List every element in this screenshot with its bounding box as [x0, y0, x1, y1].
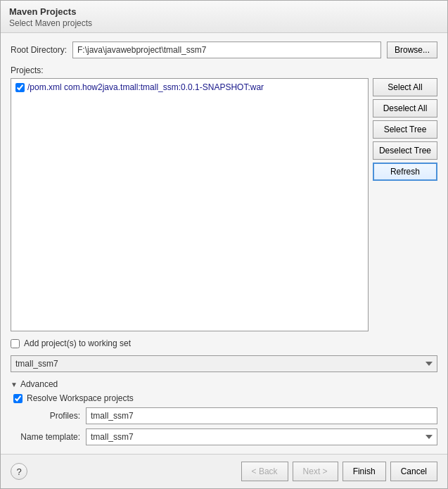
browse-button[interactable]: Browse... — [387, 42, 437, 58]
back-button[interactable]: < Back — [241, 462, 288, 481]
resolve-workspace-checkbox[interactable] — [13, 394, 23, 403]
list-item[interactable]: /pom.xml com.how2java.tmall:tmall_ssm:0.… — [14, 82, 365, 93]
profiles-label: Profiles: — [13, 411, 80, 421]
projects-label: Projects: — [11, 65, 437, 75]
name-template-label: Name template: — [13, 432, 80, 442]
help-button[interactable]: ? — [11, 463, 27, 480]
deselect-all-button[interactable]: Deselect All — [373, 99, 437, 118]
root-directory-input[interactable] — [72, 42, 381, 58]
profiles-row: Profiles: — [13, 407, 437, 424]
profiles-input[interactable] — [86, 407, 437, 424]
name-template-row: Name template: tmall_ssm7 — [13, 428, 437, 445]
deselect-tree-button[interactable]: Deselect Tree — [373, 141, 437, 160]
project-checkbox[interactable] — [15, 83, 25, 92]
dialog-title: Maven Projects — [9, 6, 439, 17]
bottom-right: < Back Next > Finish Cancel — [241, 462, 437, 481]
title-bar: Maven Projects Select Maven projects — [1, 1, 447, 33]
working-set-combo[interactable]: tmall_ssm7 — [11, 355, 437, 372]
advanced-content: Resolve Workspace projects Profiles: Nam… — [11, 393, 437, 445]
select-all-button[interactable]: Select All — [373, 78, 437, 96]
advanced-label: Advanced — [20, 379, 58, 389]
project-item-text: /pom.xml com.how2java.tmall:tmall_ssm:0.… — [27, 82, 264, 92]
advanced-triangle-icon: ▼ — [11, 381, 18, 388]
root-directory-label: Root Directory: — [11, 45, 67, 55]
dialog-subtitle: Select Maven projects — [9, 18, 439, 28]
select-tree-button[interactable]: Select Tree — [373, 120, 437, 139]
bottom-bar: ? < Back Next > Finish Cancel — [1, 454, 447, 488]
name-template-combo[interactable]: tmall_ssm7 — [86, 428, 437, 445]
bottom-left: ? — [11, 463, 27, 480]
root-directory-row: Root Directory: Browse... — [11, 42, 437, 58]
projects-area: /pom.xml com.how2java.tmall:tmall_ssm:0.… — [11, 78, 437, 331]
resolve-workspace-label: Resolve Workspace projects — [27, 393, 134, 403]
side-buttons: Select All Deselect All Select Tree Dese… — [373, 78, 437, 331]
working-set-label: Add project(s) to working set — [24, 338, 131, 348]
working-set-combo-row: tmall_ssm7 — [11, 355, 437, 372]
resolve-workspace-row: Resolve Workspace projects — [13, 393, 437, 403]
projects-section: Projects: /pom.xml com.how2java.tmall:tm… — [11, 65, 437, 331]
working-set-checkbox[interactable] — [11, 339, 20, 348]
advanced-section: ▼ Advanced Resolve Workspace projects Pr… — [11, 379, 437, 445]
projects-list[interactable]: /pom.xml com.how2java.tmall:tmall_ssm:0.… — [11, 78, 369, 331]
refresh-button[interactable]: Refresh — [373, 163, 437, 181]
next-button[interactable]: Next > — [293, 462, 338, 481]
working-set-row: Add project(s) to working set — [11, 338, 437, 348]
advanced-header[interactable]: ▼ Advanced — [11, 379, 437, 389]
finish-button[interactable]: Finish — [343, 462, 386, 481]
cancel-button[interactable]: Cancel — [390, 462, 437, 481]
